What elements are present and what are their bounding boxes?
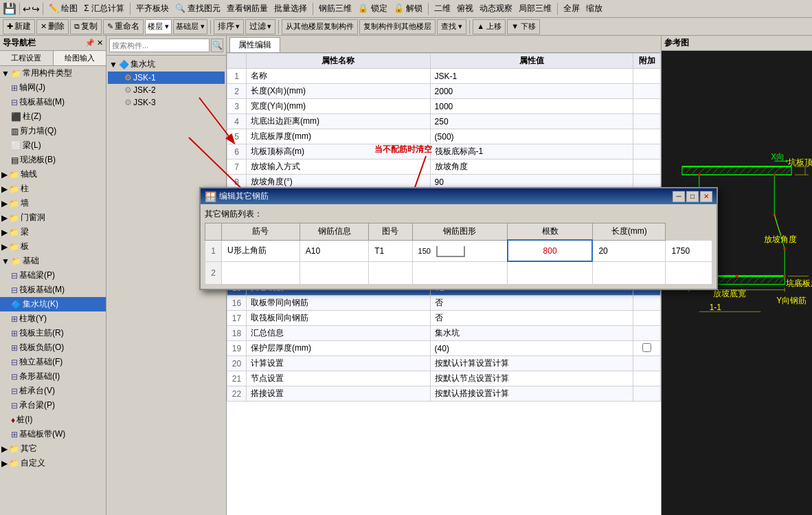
tree-item-isolated[interactable]: ⊟独立基础(F)	[0, 355, 106, 369]
dialog-cell-name-2[interactable]	[222, 261, 300, 285]
tree-item-axis[interactable]: ⊞轴网(J)	[0, 80, 106, 95]
tree-item-capstone[interactable]: ⊞柱墩(Y)	[0, 311, 106, 326]
prop-value-2[interactable]: 2000	[430, 84, 633, 99]
props-row-22[interactable]: 22 搭接设置 按默认搭接设置计算	[227, 386, 661, 402]
prop-name-4[interactable]: 坑底出边距离(mm)	[247, 114, 431, 129]
prop-name-2[interactable]: 长度(X向)(mm)	[247, 84, 431, 99]
sidebar-pin-btn[interactable]: 📌 ✕	[85, 39, 103, 47]
tree-item-other[interactable]: ▶📁其它	[0, 441, 106, 456]
toolbar-find[interactable]: 🔍 查找图元	[172, 2, 223, 15]
prop-value-6[interactable]: 筏板底标高-1	[430, 144, 633, 160]
prop-value-3[interactable]: 1000	[430, 99, 633, 114]
delete-btn[interactable]: ✕ 删除	[36, 19, 69, 34]
props-tab-edit[interactable]: 属性编辑	[229, 37, 280, 52]
prop-extra-19[interactable]	[633, 341, 661, 356]
toolbar-orbit[interactable]: 动态观察	[477, 2, 515, 15]
tab-drawing[interactable]: 绘图输入	[54, 51, 106, 65]
prop-value-20[interactable]: 按默认计算设置计算	[430, 356, 633, 371]
props-row-3[interactable]: 3 宽度(Y向)(mm) 1000	[227, 99, 661, 114]
props-row-17[interactable]: 17 取筏板同向钢筋 否	[227, 311, 661, 326]
dialog-cell-count-1[interactable]: 20	[592, 240, 666, 261]
rename-btn[interactable]: ✎ 重命名	[103, 19, 144, 34]
copy-btn[interactable]: ⧉ 复制	[70, 19, 102, 34]
tree-item-strip[interactable]: ⊟条形基础(I)	[0, 369, 106, 384]
toolbar-local3d[interactable]: 局部三维	[516, 2, 554, 15]
tree-item-negrebar[interactable]: ⊞筏板负筋(O)	[0, 340, 106, 355]
prop-name-3[interactable]: 宽度(Y向)(mm)	[247, 99, 431, 114]
toolbar-view-rebar[interactable]: 查看钢筋量	[224, 2, 271, 15]
dialog-cell-figno-1[interactable]: T1	[369, 240, 412, 261]
tree-item-custom[interactable]: ▶📁自定义	[0, 456, 106, 470]
prop-value-7[interactable]: 放坡角度	[430, 160, 633, 175]
dialog-minimize[interactable]: ─	[673, 191, 685, 202]
search-input[interactable]	[109, 39, 210, 52]
toolbar-zoom[interactable]: 缩放	[583, 2, 605, 15]
dialog-cell-shape-2[interactable]	[412, 261, 508, 285]
comp-item-jsk3[interactable]: ⚙ JSK-3	[108, 96, 225, 109]
toolbar-lock[interactable]: 🔒 锁定	[355, 2, 390, 15]
props-row-18[interactable]: 18 汇总信息 集水坑	[227, 326, 661, 341]
prop-value-5[interactable]: (500)	[430, 129, 633, 144]
sort-btn[interactable]: 排序 ▾	[214, 19, 244, 34]
tree-item-axisline[interactable]: ▶📁轴线	[0, 167, 106, 182]
prop-value-4[interactable]: 250	[430, 114, 633, 129]
prop-value-19[interactable]: (40)	[430, 341, 633, 356]
move-up-btn[interactable]: ▲ 上移	[473, 19, 506, 34]
props-row-21[interactable]: 21 节点设置 按默认节点设置计算	[227, 371, 661, 386]
prop-name-7[interactable]: 放坡输入方式	[247, 160, 431, 175]
prop-name-22[interactable]: 搭接设置	[247, 386, 431, 402]
tree-item-pilebeam[interactable]: ⊟承台梁(P)	[0, 398, 106, 413]
tree-item-wall[interactable]: ▶📁墙	[0, 196, 106, 210]
dialog-cell-name-1[interactable]: U形上角筋	[222, 240, 300, 261]
props-row-20[interactable]: 20 计算设置 按默认计算设置计算	[227, 356, 661, 371]
tree-item-foundation[interactable]: ▼📁基础	[0, 254, 106, 268]
dialog-cell-count-2[interactable]	[592, 261, 666, 285]
copy-from-floor-btn[interactable]: 从其他楼层复制构件	[282, 19, 358, 34]
dialog-cell-active-val[interactable]	[508, 240, 593, 261]
tree-item-raft2[interactable]: ⊟筏板基础(M)	[0, 283, 106, 297]
tree-item-col[interactable]: ▶📁柱	[0, 182, 106, 196]
dialog-cell-length-2[interactable]	[666, 261, 712, 285]
toolbar-icon-undo[interactable]: ↩	[23, 3, 31, 14]
toolbar-3d-rebar[interactable]: 钢筋三维	[316, 2, 354, 15]
tree-item-sump[interactable]: 🔷集水坑(K)	[0, 297, 106, 311]
search-button[interactable]: 🔍	[211, 39, 223, 52]
props-row-5[interactable]: 5 坑底板厚度(mm) (500)	[227, 129, 661, 144]
prop-name-6[interactable]: 坑板顶标高(m)	[247, 144, 431, 160]
dialog-cell-info-1[interactable]: A10	[300, 240, 368, 261]
prop-value-18[interactable]: 集水坑	[430, 326, 633, 341]
prop-value-22[interactable]: 按默认搭接设置计算	[430, 386, 633, 402]
prop-name-5[interactable]: 坑底板厚度(mm)	[247, 129, 431, 144]
props-row-7[interactable]: 7 放坡输入方式 放坡角度	[227, 160, 661, 175]
shape-value-input[interactable]	[526, 246, 574, 256]
dialog-cell-active-2[interactable]	[508, 261, 593, 285]
tree-item-beam2[interactable]: ▶📁梁	[0, 225, 106, 239]
base-floor-selector[interactable]: 基础层 ▾	[173, 19, 207, 34]
toolbar-batch-select[interactable]: 批量选择	[271, 2, 310, 15]
floor-selector[interactable]: 楼层 ▾	[145, 19, 172, 34]
tree-item-opening[interactable]: ▶📁门窗洞	[0, 210, 106, 225]
toolbar-calc[interactable]: Σ 汇总计算	[81, 2, 127, 15]
toolbar-floorplan[interactable]: 平齐板块	[133, 2, 172, 15]
prop-name-18[interactable]: 汇总信息	[247, 326, 431, 341]
tree-item-column[interactable]: ⬛柱(Z)	[0, 109, 106, 124]
toolbar-icon-1[interactable]: 💾	[3, 2, 16, 15]
find-comp-btn[interactable]: 查找 ▾	[437, 19, 466, 34]
toolbar-2d[interactable]: 二维	[431, 2, 453, 15]
tree-item-pile[interactable]: ♦桩(I)	[0, 413, 106, 427]
tree-item-common[interactable]: ▼📁常用构件类型	[0, 66, 106, 80]
copy-to-floor-btn[interactable]: 复制构件到其他楼层	[359, 19, 436, 34]
filter-btn[interactable]: 过滤 ▾	[245, 19, 275, 34]
toolbar-fullscreen[interactable]: 全屏	[561, 2, 583, 15]
new-btn[interactable]: ✚ 新建	[3, 19, 35, 34]
dialog-cell-info-2[interactable]	[300, 261, 368, 285]
dialog-cell-length-1[interactable]: 1750	[666, 240, 712, 261]
dialog-maximize[interactable]: □	[686, 191, 699, 202]
prop-name-1[interactable]: 名称	[247, 69, 431, 84]
props-row-2[interactable]: 2 长度(X向)(mm) 2000	[227, 84, 661, 99]
toolbar-draw[interactable]: ✏️ 绘图	[46, 2, 80, 15]
tree-item-shearwall[interactable]: ▥剪力墙(Q)	[0, 124, 106, 138]
prop-value-21[interactable]: 按默认节点设置计算	[430, 371, 633, 386]
prop-name-21[interactable]: 节点设置	[247, 371, 431, 386]
toolbar-unlock[interactable]: 🔓 解锁	[391, 2, 425, 15]
